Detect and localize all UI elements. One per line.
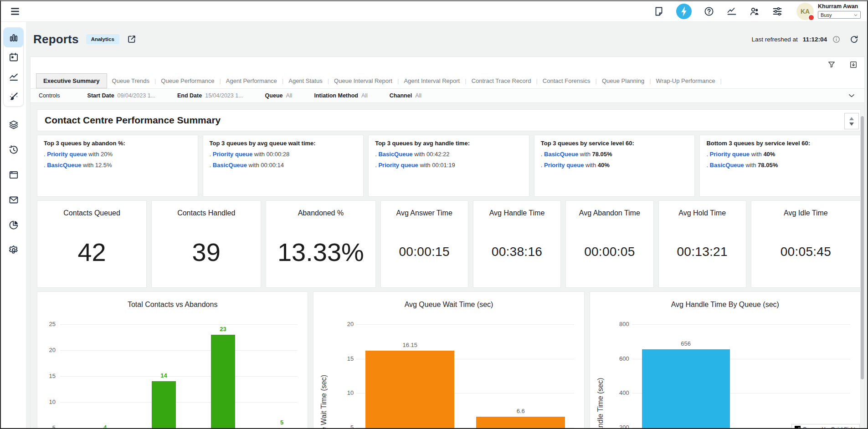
sheet-spinner[interactable] — [844, 113, 859, 129]
bar[interactable] — [211, 335, 235, 428]
summary-title: Contact Centre Performance Summary — [45, 115, 221, 126]
user-block: KA Khurram Awan Busy — [796, 3, 861, 20]
tab-wrap-up-performance[interactable]: Wrap-Up Performance — [651, 74, 720, 87]
sidebar-item-pie-chart[interactable] — [1, 212, 26, 237]
chevron-down-icon[interactable] — [847, 91, 856, 100]
kpi-value: 42 — [37, 237, 146, 267]
sliders-icon[interactable] — [772, 6, 783, 17]
tab-queue-interval-report[interactable]: Queue Interval Report — [329, 74, 397, 87]
sidebar-item-mail[interactable] — [1, 187, 26, 212]
spinner-down-icon[interactable] — [849, 123, 854, 126]
sidebar-item-calendar[interactable] — [4, 47, 23, 67]
insight-value: 00:00:28 — [267, 151, 290, 158]
tab-agent-status[interactable]: Agent Status — [283, 74, 327, 87]
sidebar-item-paint-brush[interactable] — [4, 87, 23, 106]
note-icon[interactable] — [653, 6, 664, 17]
y-tick-label: 10 — [39, 398, 56, 405]
insight-line: . Priority queue with 00:00:28 — [210, 151, 357, 158]
hamburger-menu-icon[interactable] — [9, 5, 21, 17]
bolt-icon[interactable] — [676, 4, 692, 19]
quicksight-logo-icon — [795, 426, 801, 428]
help-icon[interactable] — [704, 6, 714, 17]
external-link-icon[interactable] — [127, 34, 137, 44]
left-sidebar — [1, 22, 26, 428]
insight-card-title: Top 3 queues by abandon %: — [44, 140, 191, 147]
page-header: Reports Analytics Last refreshed at 11:1… — [26, 22, 867, 56]
tab-executive-summary[interactable]: Executive Summary — [36, 73, 107, 88]
bar[interactable] — [365, 351, 454, 428]
tab-agent-performance[interactable]: Agent Performance — [221, 74, 282, 87]
refresh-prefix: Last refreshed at — [751, 36, 797, 43]
window-icon — [8, 169, 19, 180]
filter-channel[interactable]: ChannelAll — [390, 92, 421, 99]
report-tabs: Executive SummaryQueue Trends|Queue Perf… — [36, 73, 864, 88]
queue-link[interactable]: Priority queue — [710, 151, 750, 158]
tab-separator: | — [720, 77, 721, 84]
vertical-scrollbar[interactable] — [861, 116, 864, 379]
refresh-icon[interactable] — [849, 35, 859, 44]
y-tick-label: 25 — [39, 321, 56, 327]
filter-funnel-icon[interactable] — [827, 60, 836, 69]
queue-link[interactable]: Priority queue — [378, 162, 418, 169]
users-icon[interactable] — [749, 6, 760, 17]
filter-value: 09/04/2023 1... — [118, 92, 155, 99]
queue-link[interactable]: Priority queue — [544, 162, 584, 169]
queue-link[interactable]: BasicQueue — [544, 151, 578, 158]
chart-avg-queue-wait-time-sec-: Avg Queue Wait Time (sec)510152016.156.6… — [313, 291, 584, 428]
filter-start-date[interactable]: Start Date09/04/2023 1... — [87, 92, 155, 99]
sidebar-item-bar-chart[interactable] — [4, 28, 23, 47]
gridline — [356, 324, 574, 325]
gridline — [60, 350, 298, 351]
queue-link[interactable]: BasicQueue — [213, 162, 247, 169]
tab-queue-trends[interactable]: Queue Trends — [107, 74, 154, 87]
kpi-label: Avg Handle Time — [473, 209, 560, 217]
queue-link[interactable]: Priority queue — [47, 151, 87, 158]
user-name: Khurram Awan — [818, 3, 861, 10]
insight-card: Top 3 queues by avg queue wait time:. Pr… — [203, 135, 364, 197]
controls-bar: Controls Start Date09/04/2023 1...End Da… — [31, 88, 864, 103]
sidebar-item-layers[interactable] — [1, 112, 26, 137]
queue-link[interactable]: BasicQueue — [378, 151, 412, 158]
gear-icon — [8, 245, 19, 255]
bar-value-label: 23 — [202, 326, 244, 332]
sidebar-item-window[interactable] — [1, 162, 26, 187]
tab-queue-planning[interactable]: Queue Planning — [597, 74, 649, 87]
tab-agent-interval-report[interactable]: Agent Interval Report — [399, 74, 465, 87]
queue-link[interactable]: Priority queue — [213, 151, 252, 158]
kpi-value: 13.33% — [266, 237, 375, 267]
sidebar-item-history[interactable] — [1, 137, 26, 162]
insight-line: . BasicQueue with 12.5% — [44, 162, 191, 169]
avatar[interactable]: KA — [796, 3, 814, 20]
body-row: Reports Analytics Last refreshed at 11:1… — [1, 22, 867, 428]
y-tick-label: 400 — [613, 389, 629, 396]
filter-queue[interactable]: QueueAll — [265, 92, 293, 99]
page-title: Reports — [33, 32, 79, 46]
bar-value-label: 656 — [633, 340, 739, 347]
tab-queue-performance[interactable]: Queue Performance — [156, 74, 219, 87]
dashboard-sheet: Contact Centre Performance Summary Top 3… — [31, 103, 864, 428]
queue-link[interactable]: BasicQueue — [710, 162, 744, 169]
export-icon[interactable] — [849, 60, 858, 69]
bar[interactable] — [642, 349, 730, 429]
paint-brush-icon — [8, 91, 19, 102]
info-icon[interactable] — [832, 35, 841, 44]
filter-end-date[interactable]: End Date15/04/2023 1... — [177, 92, 243, 99]
filter-intiation-method[interactable]: Intiation MethodAll — [314, 92, 367, 99]
status-dropdown[interactable]: Busy — [818, 11, 861, 19]
layers-icon — [8, 119, 19, 130]
insight-value: 00:00:14 — [261, 162, 284, 169]
charts-row: Total Contacts vs Abandons51015202541432… — [37, 291, 861, 428]
y-tick-label: 200 — [613, 424, 629, 428]
queue-link[interactable]: BasicQueue — [47, 162, 81, 169]
metrics-icon[interactable] — [726, 6, 737, 17]
gridline — [60, 324, 298, 325]
tab-contact-forensics[interactable]: Contact Forensics — [538, 74, 596, 87]
bar[interactable] — [152, 381, 176, 428]
tab-contract-trace-record[interactable]: Contract Trace Record — [467, 74, 536, 87]
spinner-up-icon[interactable] — [849, 117, 854, 120]
powered-by-quicksight-badge: Powered by QuickSight — [791, 424, 860, 428]
sidebar-item-line-chart[interactable] — [4, 67, 23, 87]
bar[interactable] — [476, 417, 565, 428]
sidebar-item-gear[interactable] — [1, 237, 26, 262]
kpi-value: 00:00:05 — [566, 245, 653, 259]
